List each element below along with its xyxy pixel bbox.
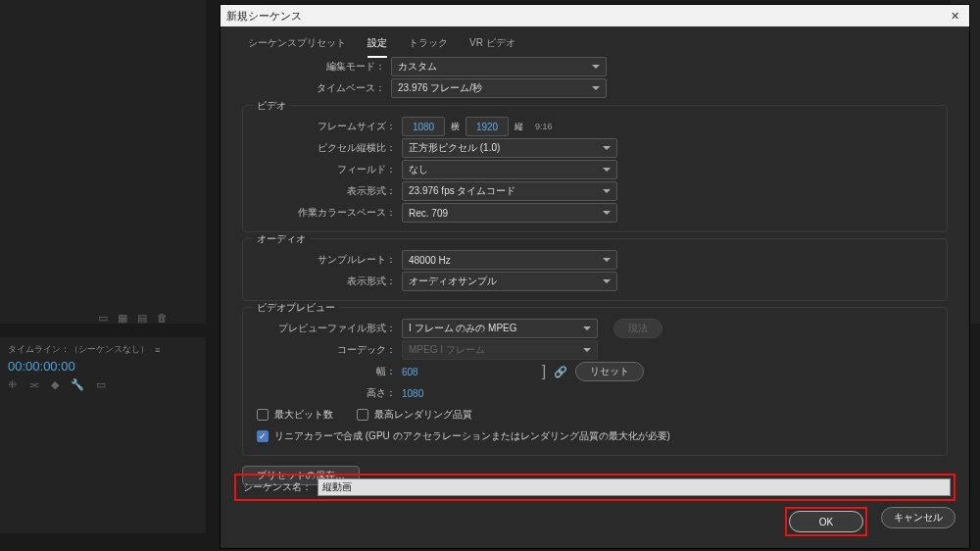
tab-tracks[interactable]: トラック — [409, 36, 448, 58]
preview-height-label: 高さ： — [253, 386, 402, 400]
ok-highlight: OK — [785, 507, 867, 536]
preview-file-label: プレビューファイル形式： — [253, 322, 402, 335]
edit-mode-select[interactable]: カスタム — [391, 57, 607, 76]
sequence-name-highlight: シーケンス名： — [234, 474, 956, 501]
dialog-titlebar: 新規シーケンス ✕ — [220, 5, 969, 26]
pixel-aspect-label: ピクセル縦横比： — [253, 141, 402, 155]
sample-rate-label: サンプルレート： — [253, 253, 402, 267]
dialog-title: 新規シーケンス — [226, 9, 302, 24]
linear-color-checkbox[interactable]: ✓リニアカラーで合成 (GPU のアクセラレーションまたはレンダリング品質の最大… — [257, 429, 670, 443]
video-display-select[interactable]: 23.976 fps タイムコード — [402, 181, 617, 201]
marker-icon[interactable]: ◆ — [51, 378, 59, 391]
new-sequence-dialog: 新規シーケンス ✕ シーケンスプリセット 設定 トラック VR ビデオ 編集モー… — [220, 4, 970, 549]
preview-width-value[interactable]: 608 — [402, 367, 418, 377]
audio-display-label: 表示形式： — [253, 275, 402, 288]
sequence-name-input[interactable] — [318, 478, 951, 496]
ok-button[interactable]: OK — [789, 511, 863, 532]
timeline-tab[interactable]: タイムライン：（シーケンスなし）≡ — [8, 343, 160, 356]
max-bit-checkbox[interactable]: 最大ビット数 — [257, 408, 333, 422]
preview-group: ビデオプレビュー プレビューファイル形式： I フレーム のみの MPEG 現法… — [242, 307, 948, 456]
chevron-down-icon — [603, 211, 611, 215]
cancel-button[interactable]: キャンセル — [881, 507, 956, 528]
audio-group: オーディオ サンプルレート： 48000 Hz 表示形式： オーディオサンプル — [242, 238, 948, 301]
frame-width-input[interactable]: 1080 — [402, 117, 445, 136]
video-display-label: 表示形式： — [253, 184, 402, 198]
video-group: ビデオ フレームサイズ： 1080 横 1920 縦 9:16 ピクセル縦横比：… — [242, 105, 948, 232]
timebase-select[interactable]: 23.976 フレーム/秒 — [391, 78, 607, 98]
tab-vr[interactable]: VR ビデオ — [469, 36, 515, 58]
sequence-name-label: シーケンス名： — [243, 480, 312, 494]
chevron-down-icon — [603, 279, 611, 283]
frame-height-input[interactable]: 1920 — [466, 117, 509, 136]
icon-view-icon[interactable]: ▦ — [118, 312, 127, 325]
fields-label: フィールド： — [253, 163, 402, 176]
wrench-icon[interactable]: 🔧 — [71, 378, 84, 391]
fields-select[interactable]: なし — [402, 160, 617, 179]
dialog-tabs: シーケンスプリセット 設定 トラック VR ビデオ — [220, 26, 969, 58]
bracket-icon: ] — [542, 363, 546, 380]
preview-file-select[interactable]: I フレーム のみの MPEG — [402, 319, 598, 338]
frame-size-label: フレームサイズ： — [253, 120, 402, 133]
preview-width-label: 幅： — [253, 365, 402, 378]
sample-rate-select[interactable]: 48000 Hz — [402, 250, 617, 270]
codec-select: MPEG I フレーム — [402, 340, 598, 360]
bg-panel-left — [0, 0, 206, 324]
build-preset-button: 現法 — [613, 319, 662, 338]
timeline-tools: ⁜ ⫘ ◆ 🔧 ▭ — [8, 378, 106, 391]
chevron-down-icon — [603, 189, 611, 193]
edit-mode-label: 編集モード： — [242, 60, 391, 74]
chevron-down-icon — [592, 86, 600, 90]
link-constrain-icon[interactable]: 🔗 — [554, 366, 567, 378]
link-icon[interactable]: ⫘ — [28, 378, 39, 391]
tab-preset[interactable]: シーケンスプリセット — [248, 36, 346, 58]
color-space-select[interactable]: Rec. 709 — [402, 203, 617, 223]
cc-icon[interactable]: ▭ — [96, 378, 106, 391]
chevron-down-icon — [603, 146, 611, 150]
timecode-display[interactable]: 00:00:00:00 — [8, 359, 75, 374]
audio-display-select[interactable]: オーディオサンプル — [402, 272, 617, 291]
list-view-icon[interactable]: ▭ — [98, 312, 108, 325]
aspect-ratio: 9:16 — [535, 122, 553, 131]
tab-menu-icon[interactable]: ≡ — [155, 345, 160, 355]
pixel-aspect-select[interactable]: 正方形ピクセル (1.0) — [402, 138, 617, 158]
freeform-icon[interactable]: ▤ — [137, 312, 147, 325]
tab-settings[interactable]: 設定 — [368, 36, 387, 58]
chevron-down-icon — [592, 65, 600, 69]
dialog-footer: OK キャンセル — [785, 507, 956, 536]
chevron-down-icon — [583, 348, 591, 352]
timebase-label: タイムベース： — [242, 81, 391, 95]
reset-button[interactable]: リセット — [575, 362, 644, 381]
snap-icon[interactable]: ⁜ — [8, 378, 17, 391]
chevron-down-icon — [603, 258, 611, 262]
max-render-checkbox[interactable]: 最高レンダリング品質 — [357, 408, 472, 422]
codec-label: コーデック： — [253, 343, 402, 357]
chevron-down-icon — [583, 326, 591, 330]
close-icon[interactable]: ✕ — [946, 7, 963, 25]
project-panel-icons: ▭ ▦ ▤ 🗑 — [98, 312, 168, 325]
color-space-label: 作業カラースペース： — [253, 206, 402, 220]
trash-icon[interactable]: 🗑 — [157, 312, 168, 325]
chevron-down-icon — [603, 168, 611, 172]
preview-height-value[interactable]: 1080 — [402, 388, 423, 399]
